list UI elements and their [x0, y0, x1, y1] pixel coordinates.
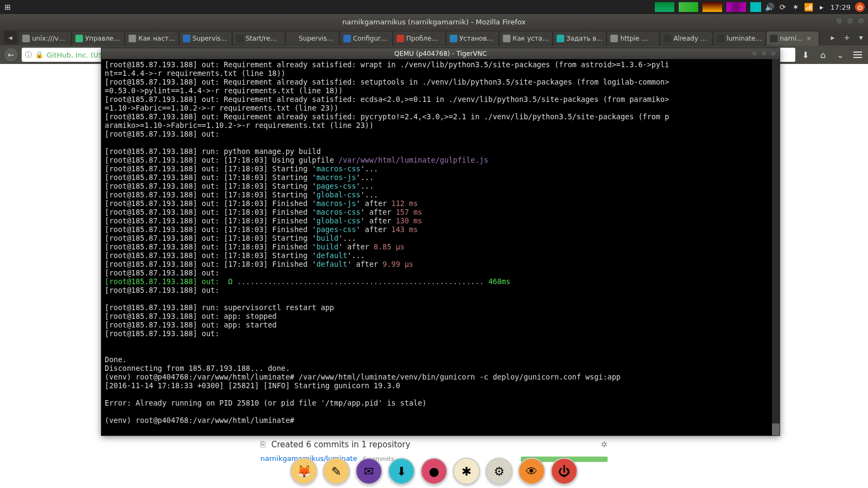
- tab-label: Задать в…: [566, 35, 603, 42]
- dock-app-eye[interactable]: 👁: [518, 458, 545, 485]
- tab-label: Already …: [673, 35, 706, 42]
- app-menu-icon[interactable]: ⊞: [3, 3, 12, 11]
- vnc-maximize-button[interactable]: [761, 50, 767, 56]
- minimize-button[interactable]: [835, 17, 843, 24]
- volume-icon[interactable]: 🔊: [765, 3, 774, 11]
- tab-label: Управле…: [85, 35, 120, 42]
- dock-app-slack[interactable]: ✱: [453, 458, 480, 485]
- tab-favicon: [129, 35, 136, 42]
- browser-tab[interactable]: Already …: [660, 31, 713, 46]
- browser-tab[interactable]: unix:///v…: [18, 31, 72, 46]
- vnc-minimize-button[interactable]: [751, 50, 758, 56]
- tab-favicon: [717, 35, 724, 42]
- new-tab-button[interactable]: +: [840, 29, 854, 46]
- browser-tab[interactable]: Установ…: [446, 31, 499, 46]
- tab-label: Supervisor: …: [299, 35, 336, 42]
- tab-label: Как уста…: [513, 35, 549, 42]
- dock-app-record[interactable]: ●: [420, 458, 448, 485]
- tab-favicon: [663, 35, 671, 42]
- url-identity: GitHub, Inc. (US): [47, 51, 106, 59]
- tab-favicon: [450, 35, 457, 42]
- browser-tab[interactable]: Задать в…: [553, 31, 607, 46]
- browser-tab[interactable]: Start/re…: [232, 31, 285, 46]
- close-button[interactable]: [857, 17, 865, 24]
- tab-label: Configur…: [353, 35, 387, 42]
- tab-scroll-left[interactable]: ◂: [4, 31, 17, 44]
- tab-label: httpie …: [620, 35, 648, 42]
- tray-disk-graph[interactable]: [726, 2, 746, 12]
- tab-favicon: [183, 35, 190, 42]
- contribution-summary: ⎘ Created 6 commits in 1 repository ✲: [260, 439, 608, 450]
- dock-app-power[interactable]: ⏻: [551, 458, 578, 485]
- maximize-button[interactable]: [846, 17, 854, 24]
- tray-mem-graph[interactable]: [679, 2, 698, 12]
- system-panel: ⊞ 🔊 ⟳ ✶ 📶 ▸ 17:29 ⏻: [0, 0, 868, 14]
- terminal-scrollbar[interactable]: [772, 59, 780, 435]
- tab-close-icon[interactable]: ×: [806, 35, 812, 42]
- browser-tab[interactable]: Как уста…: [499, 31, 553, 46]
- tab-favicon: [22, 35, 30, 42]
- tab-label: narni…: [780, 35, 803, 42]
- tab-label: Как наст…: [138, 35, 175, 42]
- tab-favicon: [503, 35, 510, 42]
- contribution-text: Created 6 commits in 1 repository: [271, 440, 410, 450]
- terminal-scrollthumb[interactable]: [772, 423, 780, 435]
- tab-favicon: [770, 35, 777, 42]
- tab-favicon: [75, 35, 83, 42]
- downloads-icon[interactable]: ⬇: [799, 48, 813, 62]
- tab-favicon: [236, 35, 244, 42]
- tray-net-graph[interactable]: [703, 2, 722, 12]
- tab-strip: ◂ unix:///v…Управле…Как наст…Supervis…St…: [0, 29, 868, 46]
- contribution-settings-icon[interactable]: ✲: [601, 440, 608, 450]
- pocket-icon[interactable]: ⌄: [833, 48, 847, 62]
- tab-favicon: [397, 35, 404, 42]
- tab-favicon: [557, 35, 564, 42]
- dock-app-download[interactable]: ⬇: [388, 458, 415, 485]
- settings-icon[interactable]: ✶: [792, 3, 800, 11]
- dock-app-settings[interactable]: ⚙: [486, 458, 513, 485]
- dock-app-firefox[interactable]: 🦊: [290, 458, 317, 485]
- tab-favicon: [343, 35, 351, 42]
- window-title: narnikgamarnikus (narnikgamarnik) - Mozi…: [342, 18, 526, 26]
- vnc-close-button[interactable]: [770, 50, 776, 56]
- hamburger-menu[interactable]: [851, 48, 865, 62]
- wifi-icon[interactable]: 📶: [805, 3, 813, 11]
- tab-label: Supervis…: [193, 35, 227, 42]
- dock: 🦊✎✉⬇●✱⚙👁⏻: [290, 458, 578, 485]
- browser-tab[interactable]: Supervisor: …: [285, 31, 340, 46]
- vnc-window: QEMU (p404768) - TigerVNC [root@185.87.1…: [101, 48, 780, 436]
- power-icon[interactable]: ⏻: [855, 2, 865, 12]
- clock[interactable]: 17:29: [831, 3, 851, 11]
- terminal-tray-icon[interactable]: ▸: [818, 3, 826, 11]
- terminal[interactable]: [root@185.87.193.188] out: Requirement a…: [101, 59, 780, 435]
- info-icon[interactable]: ⓘ: [25, 50, 32, 60]
- tray-swap-graph[interactable]: [750, 2, 761, 12]
- vnc-titlebar: QEMU (p404768) - TigerVNC: [101, 48, 780, 59]
- tab-label: Start/re…: [246, 35, 277, 42]
- browser-tab[interactable]: Supervis…: [179, 31, 232, 46]
- home-icon[interactable]: ⌂: [816, 48, 830, 62]
- tabs-menu-button[interactable]: ▾: [854, 29, 868, 46]
- browser-tab[interactable]: luminate…: [713, 31, 766, 46]
- tab-label: unix:///v…: [32, 35, 65, 42]
- repo-list-icon: ⎘: [260, 439, 266, 450]
- firefox-titlebar: narnikgamarnikus (narnikgamarnik) - Mozi…: [0, 14, 868, 29]
- browser-tab[interactable]: httpie …: [607, 31, 660, 46]
- tray-cpu-graph[interactable]: [655, 2, 674, 12]
- browser-tab[interactable]: Configur…: [340, 31, 393, 46]
- tab-label: Установ…: [459, 35, 494, 42]
- dock-app-pencil[interactable]: ✎: [323, 458, 350, 485]
- dock-app-mail[interactable]: ✉: [355, 458, 382, 485]
- back-button[interactable]: ←: [3, 47, 18, 62]
- updates-icon[interactable]: ⟳: [778, 3, 787, 11]
- browser-tab[interactable]: narni…×: [766, 31, 819, 46]
- browser-tab[interactable]: Управле…: [72, 31, 125, 46]
- tab-favicon: [289, 35, 297, 42]
- browser-tab[interactable]: Как наст…: [125, 31, 179, 46]
- tab-label: Пробле…: [406, 35, 438, 42]
- tab-scroll-right[interactable]: ▸: [826, 29, 840, 46]
- browser-tab[interactable]: Пробле…: [393, 31, 446, 46]
- lock-icon: 🔒: [35, 51, 43, 59]
- tab-favicon: [610, 35, 618, 42]
- vnc-title-text: QEMU (p404768) - TigerVNC: [394, 50, 487, 57]
